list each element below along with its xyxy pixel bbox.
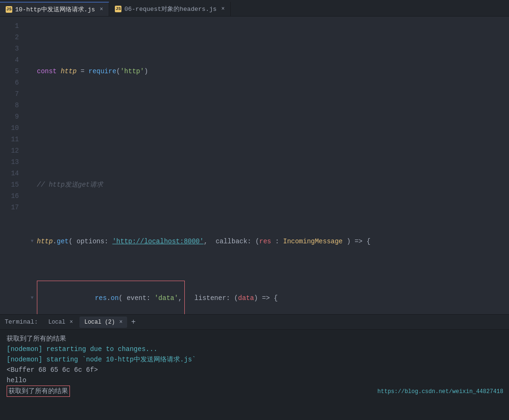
ln-2: 2	[0, 32, 19, 43]
ln-17: 17	[0, 202, 19, 213]
terminal-tab-local2-label: Local (2)	[84, 319, 115, 326]
terminal-tab-local[interactable]: Local ×	[43, 317, 78, 328]
ln-3: 3	[0, 43, 19, 54]
terminal-tab-local2-close[interactable]: ×	[119, 319, 122, 326]
ln-6: 6	[0, 77, 19, 88]
terminal-line-2: [nodemon] restarting due to changes...	[7, 344, 502, 354]
tab-close-1[interactable]: ×	[100, 6, 103, 13]
ln-5: 5	[0, 66, 19, 77]
tab-bar: JS 10-http中发送网络请求.js × JS 06-request对象的h…	[0, 0, 509, 17]
ln-8: 8	[0, 100, 19, 111]
terminal-line-3: [nodemon] starting `node 10-http中发送网络请求.…	[7, 354, 502, 365]
fold-4[interactable]: ▼	[28, 238, 36, 245]
tab-icon-2: JS	[115, 6, 121, 12]
terminal-line-5: hello	[7, 375, 502, 386]
code-line-5: ▼ res.on( event: 'data', listener: (data…	[28, 292, 509, 304]
code-editor: 1 2 3 4 5 6 7 8 9 10 11 12 13 14 15 16 1…	[0, 17, 509, 314]
fold-1[interactable]	[28, 68, 36, 75]
line-numbers: 1 2 3 4 5 6 7 8 9 10 11 12 13 14 15 16 1…	[0, 17, 24, 314]
terminal-container: Terminal: Local × Local (2) × + 获取到了所有的结…	[0, 314, 509, 420]
terminal-label: Terminal:	[5, 318, 38, 326]
terminal-tab-bar: Terminal: Local × Local (2) × +	[0, 315, 509, 330]
code-line-2	[28, 122, 509, 134]
ln-12: 12	[0, 145, 19, 156]
terminal-add-button[interactable]: +	[129, 318, 138, 326]
tab-file2[interactable]: JS 06-request对象的headers.js ×	[109, 2, 231, 16]
ln-7: 7	[0, 88, 19, 100]
code-lines: const http = require('http') // http发送ge…	[24, 17, 509, 314]
code-line-4: ▼ http.get( options: 'http://localhost:8…	[28, 236, 509, 247]
tab-label-2: 06-request对象的headers.js	[124, 5, 216, 13]
ln-1: 1	[0, 20, 19, 32]
ln-4: 4	[0, 54, 19, 66]
terminal-tab-local2[interactable]: Local (2) ×	[79, 317, 127, 328]
terminal-output: 获取到了所有的结果 [nodemon] restarting due to ch…	[0, 330, 509, 401]
code-line-3: // http发送get请求	[28, 179, 509, 190]
fold-5[interactable]: ▼	[28, 294, 36, 302]
tab-close-2[interactable]: ×	[221, 6, 224, 12]
terminal-line-4: <Buffer 68 65 6c 6c 6f>	[7, 365, 502, 375]
terminal-highlight-text: 获取到了所有的结果	[7, 386, 70, 397]
tab-file1[interactable]: JS 10-http中发送网络请求.js ×	[0, 2, 109, 16]
ln-13: 13	[0, 156, 19, 168]
ln-14: 14	[0, 168, 19, 179]
csdn-link[interactable]: https://blog.csdn.net/weixin_44827418	[378, 386, 503, 397]
ln-15: 15	[0, 179, 19, 190]
ln-16: 16	[0, 190, 19, 202]
code-line-1: const http = require('http')	[28, 66, 509, 77]
ln-10: 10	[0, 122, 19, 134]
terminal-tab-local-label: Local	[48, 319, 65, 326]
tab-label-1: 10-http中发送网络请求.js	[15, 5, 95, 14]
ln-9: 9	[0, 111, 19, 122]
tab-icon-1: JS	[6, 6, 12, 13]
terminal-tab-local-close[interactable]: ×	[69, 319, 73, 326]
ln-11: 11	[0, 134, 19, 145]
terminal-line-1: 获取到了所有的结果	[7, 334, 502, 344]
